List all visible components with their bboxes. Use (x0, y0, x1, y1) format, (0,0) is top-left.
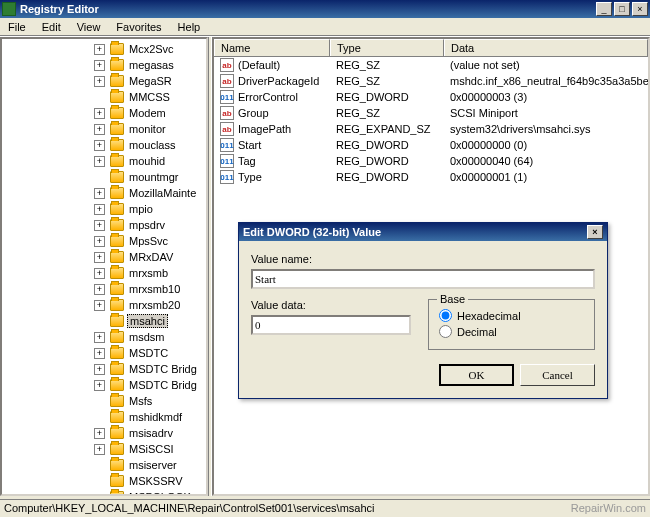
expander-icon[interactable]: + (94, 108, 105, 119)
tree-label[interactable]: mshidkmdf (127, 411, 184, 423)
tree-item[interactable]: +MSDTC Bridg (4, 377, 204, 393)
expander-icon[interactable]: + (94, 300, 105, 311)
list-row[interactable]: abImagePathREG_EXPAND_SZsystem32\drivers… (214, 121, 648, 137)
tree-item[interactable]: +MSDTC Bridg (4, 361, 204, 377)
tree-item[interactable]: +msisadrv (4, 425, 204, 441)
tree-label[interactable]: msahci (127, 314, 168, 328)
cancel-button[interactable]: Cancel (520, 364, 595, 386)
tree-item[interactable]: +mpsdrv (4, 217, 204, 233)
list-row[interactable]: abGroupREG_SZSCSI Miniport (214, 105, 648, 121)
tree-label[interactable]: MRxDAV (127, 251, 175, 263)
tree-label[interactable]: mouclass (127, 139, 177, 151)
maximize-button[interactable]: □ (614, 2, 630, 16)
expander-icon[interactable]: + (94, 124, 105, 135)
expander-icon[interactable]: + (94, 332, 105, 343)
tree-label[interactable]: monitor (127, 123, 168, 135)
list-row[interactable]: 011TagREG_DWORD0x00000040 (64) (214, 153, 648, 169)
list-row[interactable]: 011ErrorControlREG_DWORD0x00000003 (3) (214, 89, 648, 105)
tree-label[interactable]: Msfs (127, 395, 154, 407)
expander-icon[interactable]: + (94, 220, 105, 231)
tree-label[interactable]: mouhid (127, 155, 167, 167)
expander-icon[interactable]: + (94, 140, 105, 151)
expander-icon[interactable]: + (94, 444, 105, 455)
dialog-close-button[interactable]: × (587, 225, 603, 239)
list-row[interactable]: 011StartREG_DWORD0x00000000 (0) (214, 137, 648, 153)
expander-icon[interactable]: + (94, 348, 105, 359)
tree-item[interactable]: +mouclass (4, 137, 204, 153)
tree-item[interactable]: +MegaSR (4, 73, 204, 89)
tree-item[interactable]: +Modem (4, 105, 204, 121)
tree-item[interactable]: msiserver (4, 457, 204, 473)
list-row[interactable]: 011TypeREG_DWORD0x00000001 (1) (214, 169, 648, 185)
tree-label[interactable]: megasas (127, 59, 176, 71)
tree-label[interactable]: MpsSvc (127, 235, 170, 247)
minimize-button[interactable]: _ (596, 2, 612, 16)
tree-label[interactable]: MegaSR (127, 75, 174, 87)
tree-item[interactable]: +monitor (4, 121, 204, 137)
expander-icon[interactable]: + (94, 60, 105, 71)
tree-item[interactable]: +mouhid (4, 153, 204, 169)
column-name[interactable]: Name (214, 39, 330, 56)
column-type[interactable]: Type (330, 39, 444, 56)
tree-item[interactable]: +MozillaMainte (4, 185, 204, 201)
tree-label[interactable]: MSiSCSI (127, 443, 176, 455)
list-row[interactable]: ab(Default)REG_SZ(value not set) (214, 57, 648, 73)
tree-item[interactable]: +msdsm (4, 329, 204, 345)
expander-icon[interactable]: + (94, 252, 105, 263)
tree-item[interactable]: MMCSS (4, 89, 204, 105)
radio-decimal[interactable] (439, 325, 452, 338)
value-data-field[interactable] (251, 315, 411, 335)
tree-item[interactable]: +MSDTC (4, 345, 204, 361)
radio-hexadecimal[interactable] (439, 309, 452, 322)
menu-file[interactable]: File (0, 19, 34, 35)
tree-item[interactable]: +mrxsmb (4, 265, 204, 281)
tree-item[interactable]: +mrxsmb20 (4, 297, 204, 313)
expander-icon[interactable]: + (94, 156, 105, 167)
expander-icon[interactable]: + (94, 236, 105, 247)
tree-item[interactable]: +MSiSCSI (4, 441, 204, 457)
list-row[interactable]: abDriverPackageIdREG_SZmshdc.inf_x86_neu… (214, 73, 648, 89)
tree-label[interactable]: msdsm (127, 331, 166, 343)
tree-label[interactable]: MSPCLOCK (127, 491, 193, 496)
tree-panel[interactable]: +Mcx2Svc+megasas+MegaSRMMCSS+Modem+monit… (0, 37, 208, 496)
tree-label[interactable]: Modem (127, 107, 168, 119)
tree-label[interactable]: mrxsmb (127, 267, 170, 279)
tree-item[interactable]: mshidkmdf (4, 409, 204, 425)
tree-label[interactable]: MSDTC Bridg (127, 379, 199, 391)
tree-label[interactable]: MSDTC Bridg (127, 363, 199, 375)
dialog-title-bar[interactable]: Edit DWORD (32-bit) Value × (239, 223, 607, 241)
tree-item[interactable]: MSKSSRV (4, 473, 204, 489)
expander-icon[interactable]: + (94, 364, 105, 375)
tree-label[interactable]: MozillaMainte (127, 187, 198, 199)
tree-label[interactable]: msisadrv (127, 427, 175, 439)
menu-favorites[interactable]: Favorites (108, 19, 169, 35)
tree-label[interactable]: MSKSSRV (127, 475, 185, 487)
tree-label[interactable]: MSDTC (127, 347, 170, 359)
tree-item[interactable]: +mrxsmb10 (4, 281, 204, 297)
menu-view[interactable]: View (69, 19, 109, 35)
expander-icon[interactable]: + (94, 380, 105, 391)
menu-edit[interactable]: Edit (34, 19, 69, 35)
close-button[interactable]: × (632, 2, 648, 16)
tree-label[interactable]: mountmgr (127, 171, 181, 183)
expander-icon[interactable]: + (94, 44, 105, 55)
expander-icon[interactable]: + (94, 428, 105, 439)
tree-label[interactable]: mrxsmb10 (127, 283, 182, 295)
tree-label[interactable]: mrxsmb20 (127, 299, 182, 311)
expander-icon[interactable]: + (94, 76, 105, 87)
expander-icon[interactable]: + (94, 284, 105, 295)
tree-item[interactable]: mountmgr (4, 169, 204, 185)
tree-item[interactable]: +MpsSvc (4, 233, 204, 249)
tree-label[interactable]: mpsdrv (127, 219, 167, 231)
tree-label[interactable]: Mcx2Svc (127, 43, 176, 55)
tree-label[interactable]: mpio (127, 203, 155, 215)
column-data[interactable]: Data (444, 39, 648, 56)
tree-label[interactable]: msiserver (127, 459, 179, 471)
tree-item[interactable]: +MRxDAV (4, 249, 204, 265)
ok-button[interactable]: OK (439, 364, 514, 386)
tree-item[interactable]: +mpio (4, 201, 204, 217)
tree-item[interactable]: +Mcx2Svc (4, 41, 204, 57)
expander-icon[interactable]: + (94, 268, 105, 279)
tree-item[interactable]: msahci (4, 313, 204, 329)
expander-icon[interactable]: + (94, 188, 105, 199)
